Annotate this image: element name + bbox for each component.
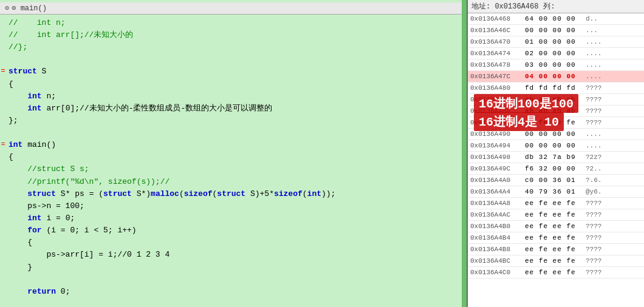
mem-address: 0x0136A4C0 xyxy=(470,269,525,276)
mem-address: 0x0136A480 xyxy=(470,84,525,92)
code-line: =struct S xyxy=(0,66,462,78)
mem-address: 0x0136A474 xyxy=(470,50,525,57)
code-line: ps->arr[i] = i;//0 1 2 3 4 xyxy=(0,249,462,261)
mem-ascii: ?.6. xyxy=(586,177,644,184)
memory-row: 0x0136A47402 00 00 00.... xyxy=(468,48,644,59)
line-body: for (i = 0; i < 5; i++) xyxy=(6,224,462,237)
code-line: int arr[0];//未知大小的-柔性数组成员-数组的大小是可以调整的 xyxy=(0,103,462,115)
mem-address: 0x0136A478 xyxy=(470,61,525,69)
mem-ascii: ?2.. xyxy=(586,165,644,172)
col-label: 列: xyxy=(543,1,555,12)
line-body: int n; xyxy=(6,90,462,103)
mem-ascii: .... xyxy=(586,130,644,138)
code-line xyxy=(0,127,462,139)
memory-row: 0x0136A49400 00 00 00.... xyxy=(468,140,644,152)
mem-bytes: ee fe ee fe xyxy=(525,200,586,207)
mem-ascii: ... xyxy=(586,27,644,34)
mem-ascii: ???? xyxy=(586,96,644,103)
mem-ascii: ???? xyxy=(586,119,644,126)
mem-ascii: ???? xyxy=(586,269,644,276)
mem-bytes: c0 00 36 01 xyxy=(525,177,586,184)
code-line: return 0; xyxy=(0,286,462,298)
address-label: 地址: 0x0136A468 xyxy=(471,1,538,12)
code-line: //printf("%d\n", sizeof(s));// xyxy=(0,176,462,188)
memory-row: 0x0136A4A8ee fe ee fe???? xyxy=(468,198,644,209)
mem-address: 0x0136A4AC xyxy=(470,211,525,218)
memory-row: 0x0136A4ACee fe ee fe???? xyxy=(468,209,644,221)
code-line: ps->n = 100; xyxy=(0,200,462,212)
line-body: { xyxy=(6,237,462,249)
memory-row: 0x0136A4B8ee fe ee fe???? xyxy=(468,244,644,255)
mem-bytes: ee fe ee fe xyxy=(525,257,586,265)
mem-address: 0x0136A498 xyxy=(470,154,525,161)
mem-ascii: ???? xyxy=(586,84,644,92)
mem-bytes: db 32 7a b9 xyxy=(525,154,586,161)
mem-ascii: d.. xyxy=(586,15,644,22)
code-content: // int n;// int arr[];//未知大小的//};=struct… xyxy=(0,15,462,300)
mem-address: 0x0136A468 xyxy=(470,15,525,22)
memory-row: 0x0136A46C00 00 00 00... xyxy=(468,25,644,36)
mem-address: 0x0136A4B8 xyxy=(470,246,525,253)
memory-row: 0x0136A4C0ee fe ee fe???? xyxy=(468,267,644,278)
mem-address: 0x0136A490 xyxy=(470,130,525,138)
line-indicator: = xyxy=(0,66,6,77)
mem-address: 0x0136A4B0 xyxy=(470,223,525,230)
code-line: =int main() xyxy=(0,139,462,151)
line-body: }; xyxy=(6,115,462,127)
code-tab[interactable]: ⊙ ⊙ main() xyxy=(0,2,462,15)
code-line: { xyxy=(0,151,462,163)
line-body: ps->arr[i] = i;//0 1 2 3 4 xyxy=(6,249,462,261)
code-line: // int arr[];//未知大小的 xyxy=(0,29,462,41)
code-panel: ⊙ ⊙ main() // int n;// int arr[];//未知大小的… xyxy=(0,0,462,307)
memory-content[interactable]: 0x0136A46864 00 00 00d..0x0136A46C00 00 … xyxy=(468,13,644,307)
mem-address: 0x0136A4BC xyxy=(470,257,525,265)
memory-row: 0x0136A46864 00 00 00d.. xyxy=(468,13,644,25)
mem-ascii: ???? xyxy=(586,223,644,230)
memory-row: 0x0136A4A0c0 00 36 01?.6. xyxy=(468,175,644,186)
line-indicator: = xyxy=(0,139,6,150)
mem-bytes: ee fe ee fe xyxy=(525,223,586,230)
line-body: int main() xyxy=(6,139,462,151)
memory-header: 地址: 0x0136A468 列: xyxy=(468,0,644,13)
mem-address: 0x0136A4A4 xyxy=(470,188,525,195)
code-line: // int n; xyxy=(0,17,462,29)
mem-bytes: f6 32 00 00 xyxy=(525,165,586,172)
memory-row: 0x0136A47803 00 00 00.... xyxy=(468,59,644,71)
mem-ascii: .... xyxy=(586,142,644,149)
line-body: //printf("%d\n", sizeof(s));// xyxy=(6,176,462,188)
line-body: return 0; xyxy=(6,286,462,298)
line-body: // int n; xyxy=(6,17,462,29)
mem-address: 0x0136A470 xyxy=(470,38,525,46)
mem-bytes: 64 00 00 00 xyxy=(525,15,586,22)
mem-bytes: 03 00 00 00 xyxy=(525,61,586,69)
mem-address: 0x0136A49C xyxy=(470,165,525,172)
line-body: //struct S s; xyxy=(6,163,462,175)
mem-ascii: .... xyxy=(586,50,644,57)
code-line: { xyxy=(0,237,462,249)
mem-bytes: 40 79 36 01 xyxy=(525,188,586,195)
mem-ascii: .... xyxy=(586,61,644,69)
mem-address: 0x0136A4B4 xyxy=(470,234,525,241)
code-line: for (i = 0; i < 5; i++) xyxy=(0,224,462,237)
mem-bytes: 04 00 00 00 xyxy=(525,73,586,80)
memory-row: 0x0136A480fd fd fd fd???? xyxy=(468,83,644,94)
code-line: int n; xyxy=(0,90,462,103)
mem-bytes: fd fd fd fd xyxy=(525,84,586,92)
code-line: { xyxy=(0,78,462,90)
mem-ascii: ???? xyxy=(586,211,644,218)
memory-row: 0x0136A47C04 00 00 00.... xyxy=(468,71,644,83)
line-body: int i = 0; xyxy=(6,212,462,224)
mem-address: 0x0136A47C xyxy=(470,73,525,80)
mem-bytes: ee fe ee fe xyxy=(525,234,586,241)
memory-row: 0x0136A4BCee fe ee fe???? xyxy=(468,255,644,267)
mem-bytes: 02 00 00 00 xyxy=(525,50,586,57)
tab-icon: ⊙ xyxy=(5,4,9,13)
mem-bytes: ee fe ee fe xyxy=(525,269,586,276)
tab-label: ⊙ main() xyxy=(12,4,47,13)
mem-bytes: 00 00 00 00 xyxy=(525,130,586,138)
mem-address: 0x0136A46C xyxy=(470,27,525,34)
line-body: ps->n = 100; xyxy=(6,200,462,212)
mem-address: 0x0136A4A8 xyxy=(470,200,525,207)
line-body: // int arr[];//未知大小的 xyxy=(6,29,462,41)
mem-ascii: .... xyxy=(586,38,644,46)
